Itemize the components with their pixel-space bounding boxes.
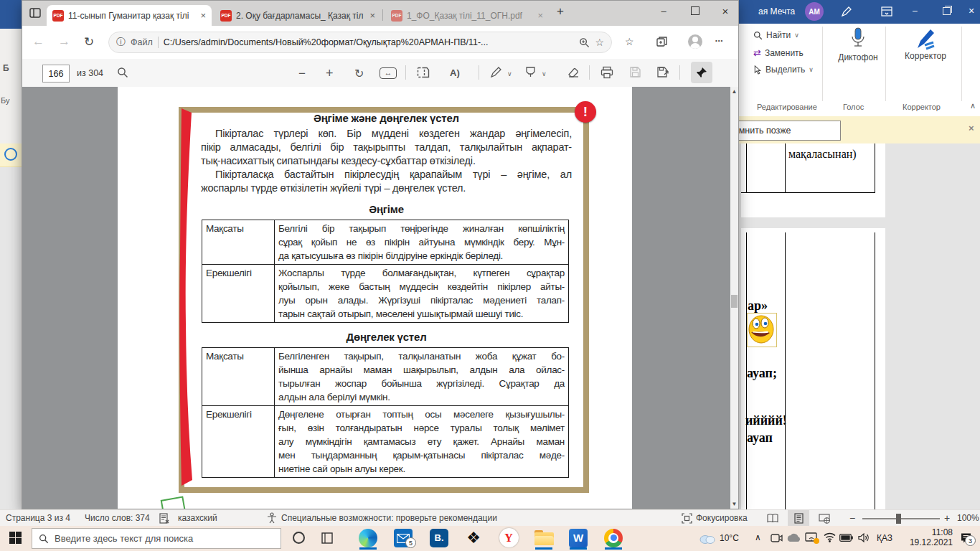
- volume-icon[interactable]: [858, 532, 870, 543]
- save-as-icon[interactable]: [656, 66, 669, 78]
- language-indicator[interactable]: ҚАЗ: [877, 533, 892, 543]
- scrollbar-thumb[interactable]: [731, 295, 738, 308]
- display-project-icon[interactable]: [805, 532, 817, 543]
- draw-pen-chevron-icon[interactable]: ∨: [507, 70, 512, 77]
- refresh-icon[interactable]: ↻: [84, 34, 94, 50]
- meet-now-icon[interactable]: [771, 533, 783, 543]
- browser-tab-3[interactable]: PDF 1_ФО_Қазақ тілі_11_ОГН.pdf ×: [385, 5, 549, 26]
- zoom-in-control[interactable]: +: [944, 512, 950, 524]
- replace-button[interactable]: ⇄ Заменить: [753, 47, 804, 58]
- new-tab-button[interactable]: +: [557, 4, 564, 19]
- browser-minimize-button[interactable]: –: [652, 1, 675, 21]
- zoom-out-control[interactable]: −: [849, 512, 855, 524]
- taskbar-edge-icon[interactable]: [357, 526, 379, 550]
- rotate-icon[interactable]: ↻: [354, 67, 364, 80]
- weather-temperature[interactable]: 10°C: [720, 533, 739, 543]
- select-button[interactable]: Выделить ∨: [753, 65, 814, 75]
- status-accessibility[interactable]: Специальные возможности: проверьте реком…: [281, 513, 497, 523]
- ribbon-display-options-icon[interactable]: [881, 6, 892, 17]
- page-view-icon[interactable]: [417, 66, 430, 79]
- read-aloud-icon[interactable]: A): [450, 67, 460, 78]
- page-number-input[interactable]: 166: [42, 65, 70, 83]
- start-button[interactable]: [4, 526, 26, 550]
- add-favorite-star-icon[interactable]: ☆: [595, 37, 604, 48]
- address-bar[interactable]: ⓘ Файл C:/Users/admin/Documents/Новый%20…: [108, 32, 612, 53]
- browser-tab-1[interactable]: PDF 11-сынып Гуманитар қазақ тілі ×: [47, 5, 212, 26]
- draw-pen-icon[interactable]: [490, 66, 502, 78]
- zoom-slider-thumb[interactable]: [896, 514, 901, 524]
- status-page-indicator[interactable]: Страница 3 из 4: [6, 513, 70, 523]
- status-focus-label[interactable]: Фокусировка: [696, 513, 748, 523]
- fit-to-width-icon[interactable]: ↔: [380, 67, 397, 79]
- taskbar-vk-icon[interactable]: B.: [428, 526, 450, 550]
- status-word-count[interactable]: Число слов: 374: [85, 513, 150, 523]
- word-editing-pen-icon[interactable]: [841, 6, 852, 17]
- browser-close-button[interactable]: ×: [714, 1, 737, 21]
- favorites-bar-icon[interactable]: ☆: [625, 36, 634, 47]
- zoom-out-icon[interactable]: −: [298, 67, 306, 81]
- editor-button[interactable]: Корректор: [895, 27, 956, 61]
- erase-icon[interactable]: [567, 66, 580, 78]
- wifi-icon[interactable]: [824, 532, 836, 542]
- tab-actions-icon[interactable]: [29, 6, 42, 19]
- scroll-down-icon[interactable]: ▼: [730, 501, 738, 507]
- smiley-emoji-image[interactable]: [747, 313, 777, 347]
- word-account-avatar[interactable]: AM: [805, 2, 824, 21]
- address-url[interactable]: C:/Users/admin/Documents/Новый%20формат/…: [164, 37, 575, 47]
- pdf-scrollbar[interactable]: ▲ ▼: [730, 87, 738, 509]
- group-label-voice: Голос: [843, 103, 864, 111]
- taskbar-mail-icon[interactable]: 5: [392, 526, 414, 550]
- dictate-button[interactable]: Диктофон: [832, 27, 884, 62]
- zoom-page-icon[interactable]: [579, 37, 590, 48]
- cortana-icon[interactable]: [293, 532, 305, 544]
- browser-menu-dots-icon[interactable]: •••: [715, 37, 723, 44]
- word-restore-button[interactable]: [943, 7, 951, 15]
- info-icon[interactable]: ⓘ: [116, 36, 126, 49]
- battery-icon[interactable]: [839, 534, 853, 542]
- onedrive-icon[interactable]: [786, 533, 801, 542]
- browser-tab-2[interactable]: PDF 2. Оқу бағдарламасы_ Қазақ тіл ×: [215, 5, 381, 26]
- pin-toolbar-button[interactable]: [691, 62, 712, 83]
- tab-close-icon[interactable]: ×: [369, 10, 375, 21]
- taskbar-word-icon[interactable]: W: [567, 526, 589, 550]
- scroll-up-icon[interactable]: ▲: [730, 88, 738, 95]
- focus-mode-icon[interactable]: [682, 513, 692, 524]
- save-icon[interactable]: [629, 66, 641, 78]
- highlighter-icon[interactable]: [524, 66, 537, 78]
- word-minimize-button[interactable]: –: [913, 6, 918, 16]
- clock[interactable]: 11:08 19.12.2021: [905, 527, 953, 547]
- collections-icon[interactable]: [656, 36, 668, 47]
- zoom-level-label[interactable]: 100%: [957, 513, 979, 523]
- tab-close-icon[interactable]: ×: [537, 10, 543, 21]
- taskbar-chrome-icon[interactable]: [603, 526, 624, 550]
- browser-maximize-button[interactable]: [684, 1, 707, 21]
- back-icon[interactable]: ←: [32, 34, 44, 49]
- proofing-icon[interactable]: [159, 513, 170, 524]
- pdf-search-icon[interactable]: [117, 67, 128, 78]
- remind-later-button[interactable]: помнить позже: [721, 121, 841, 141]
- weather-cloud-icon[interactable]: [699, 533, 715, 544]
- highlighter-chevron-icon[interactable]: ∨: [542, 70, 547, 77]
- pdf-viewer-area[interactable]: ! Әңгіме және дөңгелек үстел Пікірталас …: [22, 87, 738, 509]
- task-view-icon[interactable]: [321, 532, 333, 544]
- ribbon-collapse-icon[interactable]: ∧: [970, 101, 976, 110]
- taskbar-dropbox-icon[interactable]: ❖: [463, 526, 484, 550]
- taskbar-explorer-icon[interactable]: [533, 526, 555, 550]
- notification-center-icon[interactable]: 3: [960, 532, 972, 544]
- zoom-slider[interactable]: [862, 518, 940, 519]
- word-close-button[interactable]: ×: [969, 5, 974, 17]
- print-icon[interactable]: [600, 66, 613, 79]
- taskbar-search-box[interactable]: Введите здесь текст для поиска: [32, 528, 281, 549]
- taskbar-yandex-icon[interactable]: Y: [498, 526, 519, 550]
- find-button[interactable]: Найти ∨: [753, 30, 799, 40]
- read-mode-view-icon[interactable]: [762, 510, 783, 527]
- notification-close-icon[interactable]: ×: [969, 123, 974, 133]
- tray-expand-icon[interactable]: ∧: [755, 532, 761, 542]
- forward-icon[interactable]: →: [58, 34, 70, 49]
- status-language[interactable]: казахский: [178, 513, 217, 523]
- profile-avatar[interactable]: [688, 34, 702, 49]
- zoom-in-icon[interactable]: +: [326, 66, 334, 81]
- tab-close-icon[interactable]: ×: [200, 10, 206, 21]
- web-layout-view-icon[interactable]: [814, 510, 835, 527]
- print-layout-view-icon[interactable]: [788, 510, 809, 527]
